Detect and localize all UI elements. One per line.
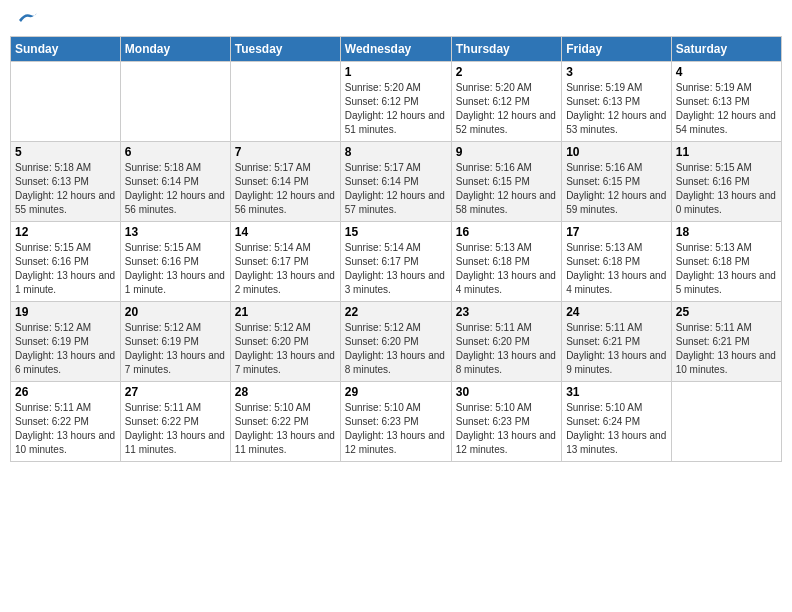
day-info: Sunrise: 5:10 AMSunset: 6:23 PMDaylight:… <box>456 401 557 457</box>
day-number: 24 <box>566 305 667 319</box>
calendar-cell: 3Sunrise: 5:19 AMSunset: 6:13 PMDaylight… <box>562 62 672 142</box>
page-header <box>10 10 782 28</box>
day-info: Sunrise: 5:19 AMSunset: 6:13 PMDaylight:… <box>676 81 777 137</box>
day-number: 12 <box>15 225 116 239</box>
day-info: Sunrise: 5:12 AMSunset: 6:19 PMDaylight:… <box>15 321 116 377</box>
day-number: 17 <box>566 225 667 239</box>
day-number: 14 <box>235 225 336 239</box>
day-info: Sunrise: 5:11 AMSunset: 6:22 PMDaylight:… <box>15 401 116 457</box>
day-info: Sunrise: 5:15 AMSunset: 6:16 PMDaylight:… <box>676 161 777 217</box>
calendar-cell: 2Sunrise: 5:20 AMSunset: 6:12 PMDaylight… <box>451 62 561 142</box>
day-number: 11 <box>676 145 777 159</box>
day-info: Sunrise: 5:15 AMSunset: 6:16 PMDaylight:… <box>125 241 226 297</box>
day-number: 23 <box>456 305 557 319</box>
day-info: Sunrise: 5:17 AMSunset: 6:14 PMDaylight:… <box>345 161 447 217</box>
calendar-cell <box>120 62 230 142</box>
calendar-header-row: SundayMondayTuesdayWednesdayThursdayFrid… <box>11 37 782 62</box>
day-info: Sunrise: 5:13 AMSunset: 6:18 PMDaylight:… <box>676 241 777 297</box>
calendar-cell: 5Sunrise: 5:18 AMSunset: 6:13 PMDaylight… <box>11 142 121 222</box>
calendar-cell <box>671 382 781 462</box>
calendar-table: SundayMondayTuesdayWednesdayThursdayFrid… <box>10 36 782 462</box>
day-number: 20 <box>125 305 226 319</box>
day-info: Sunrise: 5:10 AMSunset: 6:24 PMDaylight:… <box>566 401 667 457</box>
day-number: 25 <box>676 305 777 319</box>
day-number: 19 <box>15 305 116 319</box>
day-number: 26 <box>15 385 116 399</box>
day-number: 29 <box>345 385 447 399</box>
calendar-cell: 16Sunrise: 5:13 AMSunset: 6:18 PMDayligh… <box>451 222 561 302</box>
calendar-cell: 18Sunrise: 5:13 AMSunset: 6:18 PMDayligh… <box>671 222 781 302</box>
calendar-cell: 22Sunrise: 5:12 AMSunset: 6:20 PMDayligh… <box>340 302 451 382</box>
day-number: 18 <box>676 225 777 239</box>
day-number: 1 <box>345 65 447 79</box>
day-info: Sunrise: 5:19 AMSunset: 6:13 PMDaylight:… <box>566 81 667 137</box>
day-number: 22 <box>345 305 447 319</box>
day-info: Sunrise: 5:11 AMSunset: 6:20 PMDaylight:… <box>456 321 557 377</box>
calendar-cell: 20Sunrise: 5:12 AMSunset: 6:19 PMDayligh… <box>120 302 230 382</box>
day-info: Sunrise: 5:10 AMSunset: 6:23 PMDaylight:… <box>345 401 447 457</box>
day-info: Sunrise: 5:11 AMSunset: 6:22 PMDaylight:… <box>125 401 226 457</box>
logo <box>16 14 39 24</box>
calendar-header-tuesday: Tuesday <box>230 37 340 62</box>
day-number: 7 <box>235 145 336 159</box>
day-number: 4 <box>676 65 777 79</box>
day-info: Sunrise: 5:15 AMSunset: 6:16 PMDaylight:… <box>15 241 116 297</box>
calendar-header-saturday: Saturday <box>671 37 781 62</box>
day-info: Sunrise: 5:11 AMSunset: 6:21 PMDaylight:… <box>566 321 667 377</box>
day-number: 5 <box>15 145 116 159</box>
calendar-cell: 15Sunrise: 5:14 AMSunset: 6:17 PMDayligh… <box>340 222 451 302</box>
day-number: 2 <box>456 65 557 79</box>
logo-bird-icon <box>17 10 39 28</box>
day-info: Sunrise: 5:17 AMSunset: 6:14 PMDaylight:… <box>235 161 336 217</box>
calendar-header-monday: Monday <box>120 37 230 62</box>
calendar-cell: 24Sunrise: 5:11 AMSunset: 6:21 PMDayligh… <box>562 302 672 382</box>
day-info: Sunrise: 5:20 AMSunset: 6:12 PMDaylight:… <box>456 81 557 137</box>
calendar-header-friday: Friday <box>562 37 672 62</box>
calendar-week-row: 12Sunrise: 5:15 AMSunset: 6:16 PMDayligh… <box>11 222 782 302</box>
calendar-cell: 25Sunrise: 5:11 AMSunset: 6:21 PMDayligh… <box>671 302 781 382</box>
day-info: Sunrise: 5:12 AMSunset: 6:20 PMDaylight:… <box>235 321 336 377</box>
day-number: 16 <box>456 225 557 239</box>
calendar-cell: 12Sunrise: 5:15 AMSunset: 6:16 PMDayligh… <box>11 222 121 302</box>
calendar-cell: 31Sunrise: 5:10 AMSunset: 6:24 PMDayligh… <box>562 382 672 462</box>
calendar-cell: 14Sunrise: 5:14 AMSunset: 6:17 PMDayligh… <box>230 222 340 302</box>
calendar-week-row: 5Sunrise: 5:18 AMSunset: 6:13 PMDaylight… <box>11 142 782 222</box>
calendar-cell: 23Sunrise: 5:11 AMSunset: 6:20 PMDayligh… <box>451 302 561 382</box>
day-number: 15 <box>345 225 447 239</box>
day-info: Sunrise: 5:12 AMSunset: 6:20 PMDaylight:… <box>345 321 447 377</box>
day-info: Sunrise: 5:13 AMSunset: 6:18 PMDaylight:… <box>456 241 557 297</box>
day-number: 21 <box>235 305 336 319</box>
calendar-cell: 9Sunrise: 5:16 AMSunset: 6:15 PMDaylight… <box>451 142 561 222</box>
calendar-cell: 8Sunrise: 5:17 AMSunset: 6:14 PMDaylight… <box>340 142 451 222</box>
day-number: 27 <box>125 385 226 399</box>
calendar-header-sunday: Sunday <box>11 37 121 62</box>
calendar-cell: 26Sunrise: 5:11 AMSunset: 6:22 PMDayligh… <box>11 382 121 462</box>
calendar-cell: 6Sunrise: 5:18 AMSunset: 6:14 PMDaylight… <box>120 142 230 222</box>
calendar-cell: 10Sunrise: 5:16 AMSunset: 6:15 PMDayligh… <box>562 142 672 222</box>
calendar-cell: 30Sunrise: 5:10 AMSunset: 6:23 PMDayligh… <box>451 382 561 462</box>
day-info: Sunrise: 5:16 AMSunset: 6:15 PMDaylight:… <box>566 161 667 217</box>
calendar-cell: 1Sunrise: 5:20 AMSunset: 6:12 PMDaylight… <box>340 62 451 142</box>
day-number: 31 <box>566 385 667 399</box>
calendar-cell: 4Sunrise: 5:19 AMSunset: 6:13 PMDaylight… <box>671 62 781 142</box>
calendar-cell <box>11 62 121 142</box>
day-info: Sunrise: 5:10 AMSunset: 6:22 PMDaylight:… <box>235 401 336 457</box>
calendar-cell: 28Sunrise: 5:10 AMSunset: 6:22 PMDayligh… <box>230 382 340 462</box>
day-number: 8 <box>345 145 447 159</box>
day-number: 30 <box>456 385 557 399</box>
day-number: 13 <box>125 225 226 239</box>
day-info: Sunrise: 5:11 AMSunset: 6:21 PMDaylight:… <box>676 321 777 377</box>
day-number: 9 <box>456 145 557 159</box>
calendar-cell: 11Sunrise: 5:15 AMSunset: 6:16 PMDayligh… <box>671 142 781 222</box>
day-info: Sunrise: 5:14 AMSunset: 6:17 PMDaylight:… <box>345 241 447 297</box>
calendar-cell: 13Sunrise: 5:15 AMSunset: 6:16 PMDayligh… <box>120 222 230 302</box>
day-number: 10 <box>566 145 667 159</box>
calendar-header-wednesday: Wednesday <box>340 37 451 62</box>
calendar-header-thursday: Thursday <box>451 37 561 62</box>
calendar-cell: 27Sunrise: 5:11 AMSunset: 6:22 PMDayligh… <box>120 382 230 462</box>
day-info: Sunrise: 5:13 AMSunset: 6:18 PMDaylight:… <box>566 241 667 297</box>
calendar-cell: 21Sunrise: 5:12 AMSunset: 6:20 PMDayligh… <box>230 302 340 382</box>
calendar-cell <box>230 62 340 142</box>
day-info: Sunrise: 5:12 AMSunset: 6:19 PMDaylight:… <box>125 321 226 377</box>
day-info: Sunrise: 5:14 AMSunset: 6:17 PMDaylight:… <box>235 241 336 297</box>
